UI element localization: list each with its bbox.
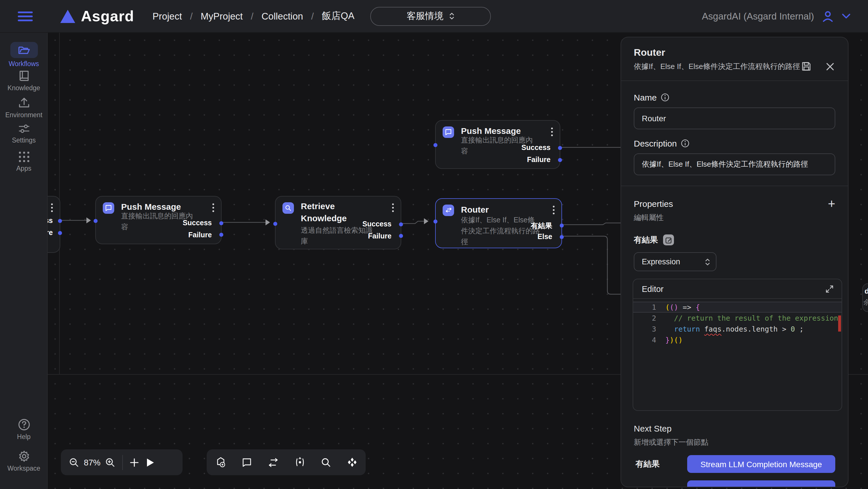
toolbar-divider bbox=[122, 455, 123, 470]
output-port-result[interactable] bbox=[560, 223, 564, 227]
breadcrumb-collection[interactable]: Collection bbox=[261, 11, 303, 22]
node-menu-icon[interactable] bbox=[392, 203, 394, 205]
input-port[interactable] bbox=[273, 222, 277, 226]
add-node-icon[interactable] bbox=[215, 457, 226, 468]
description-input[interactable]: 依據If、Else If、Else條件決定工作流程執行的路徑 bbox=[634, 153, 835, 175]
breadcrumb-current[interactable]: 飯店QA bbox=[322, 10, 354, 22]
code-line[interactable]: 1(() => { bbox=[633, 302, 842, 313]
node-push-message-top[interactable]: Push Message 直接輸出訊息的回應內 容 Success Failur… bbox=[435, 120, 560, 169]
output-port-success[interactable] bbox=[558, 146, 562, 150]
code-editor[interactable]: 1(() => {2 // return the result of the e… bbox=[633, 299, 842, 345]
next-step-subtitle: 新增或選擇下一個節點 bbox=[634, 437, 835, 448]
sidebar-item-environment[interactable]: Environment bbox=[0, 96, 48, 118]
add-property-button[interactable]: + bbox=[828, 198, 835, 209]
output-port-failure[interactable] bbox=[558, 158, 562, 162]
router-arrows-icon bbox=[443, 205, 454, 216]
node-partial-left[interactable]: ss ure bbox=[48, 196, 60, 253]
save-icon[interactable] bbox=[801, 61, 811, 71]
output-port[interactable] bbox=[58, 219, 62, 223]
swap-arrows-icon[interactable] bbox=[267, 458, 279, 467]
sidebar-item-workflows[interactable]: Workflows bbox=[0, 42, 48, 67]
input-port[interactable] bbox=[433, 143, 437, 147]
environment-selector[interactable]: 客服情境 bbox=[371, 7, 491, 26]
sidebar-item-label: Help bbox=[17, 433, 30, 440]
output-port-failure[interactable] bbox=[219, 233, 223, 237]
add-button[interactable] bbox=[130, 458, 139, 467]
next-step-label: Next Step bbox=[634, 424, 835, 433]
next-step-key: Else bbox=[636, 485, 652, 487]
user-icon[interactable] bbox=[821, 9, 835, 23]
expand-icon[interactable] bbox=[826, 285, 834, 293]
output-port-failure[interactable] bbox=[399, 234, 403, 238]
apps-grid-icon bbox=[18, 151, 30, 163]
input-port[interactable] bbox=[94, 219, 98, 223]
app-window: ss ure Push Message 直接輸出訊息的回應內 容 Success… bbox=[0, 0, 868, 489]
edit-property-icon[interactable] bbox=[663, 234, 674, 246]
node-retrieve-knowledge[interactable]: Retrieve Knowledge 透過自然語言檢索知識 庫 Success … bbox=[275, 196, 401, 249]
node-push-message[interactable]: Push Message 直接輸出訊息的回應內 容 Success Failur… bbox=[95, 196, 222, 244]
name-input[interactable]: Router bbox=[634, 108, 835, 129]
properties-label: Properties + bbox=[634, 199, 835, 209]
sidebar-item-label: Workspace bbox=[7, 465, 40, 472]
node-menu-icon[interactable] bbox=[553, 206, 555, 207]
sliders-icon bbox=[18, 123, 30, 135]
zoom-level[interactable]: 87% bbox=[84, 458, 100, 467]
close-icon[interactable] bbox=[826, 62, 834, 70]
node-partial-right[interactable]: d 余 bbox=[862, 283, 868, 312]
breadcrumb-project[interactable]: Project bbox=[152, 11, 182, 22]
brand-name: Asgard bbox=[81, 7, 134, 25]
port-label: ure bbox=[48, 229, 53, 237]
top-navbar: Asgard Project / MyProject / Collection … bbox=[0, 0, 868, 33]
node-menu-icon[interactable] bbox=[51, 203, 53, 205]
sidebar-item-settings[interactable]: Settings bbox=[0, 123, 48, 144]
panel-subtitle: 依據If、Else If、Else條件決定工作流程執行的路徑 bbox=[634, 61, 806, 73]
zoom-out-button[interactable] bbox=[69, 457, 79, 467]
node-menu-icon[interactable] bbox=[212, 203, 214, 205]
sidebar-item-knowledge[interactable]: Knowledge bbox=[0, 69, 48, 91]
code-line[interactable]: 4})() bbox=[633, 335, 842, 345]
help-icon bbox=[18, 418, 30, 431]
node-description: 直接輸出訊息的回應內 bbox=[121, 211, 193, 221]
locate-icon[interactable] bbox=[294, 457, 305, 468]
description-label: Description bbox=[634, 139, 835, 148]
next-step-button-else[interactable]: Push Message bbox=[687, 480, 835, 487]
name-label: Name bbox=[634, 92, 835, 102]
sidebar-item-apps[interactable]: Apps bbox=[0, 151, 48, 172]
output-port-success[interactable] bbox=[399, 222, 403, 226]
editor-title: Editor bbox=[642, 284, 663, 293]
code-line[interactable]: 3 return faqs.nodes.length > 0 ; bbox=[633, 323, 842, 335]
search-icon[interactable] bbox=[321, 457, 331, 467]
output-port[interactable] bbox=[58, 231, 62, 235]
breadcrumb-myproject[interactable]: MyProject bbox=[200, 11, 243, 22]
node-title: Push Message bbox=[461, 126, 521, 136]
output-port-else[interactable] bbox=[560, 235, 564, 239]
info-icon[interactable] bbox=[681, 139, 689, 148]
node-description-fragment: 余 bbox=[863, 298, 868, 308]
sidebar-item-help[interactable]: Help bbox=[0, 418, 48, 440]
chevron-down-icon[interactable] bbox=[842, 13, 851, 19]
menu-icon[interactable] bbox=[18, 9, 33, 23]
property-type-value: Expression bbox=[642, 257, 680, 266]
sidebar-item-label: Knowledge bbox=[7, 84, 40, 91]
node-router[interactable]: Router 依據If、Else If、Else條 件決定工作流程執行的路 徑 … bbox=[435, 198, 562, 248]
sidebar-item-workspace[interactable]: Workspace bbox=[0, 450, 48, 472]
property-type-select[interactable]: Expression bbox=[634, 252, 716, 271]
info-icon[interactable] bbox=[661, 93, 670, 102]
output-port-success[interactable] bbox=[219, 221, 223, 225]
next-step-row: Else Push Message bbox=[634, 480, 835, 487]
next-step-row: 有結果 Stream LLM Completion Message bbox=[634, 455, 835, 473]
port-label-success: Success bbox=[363, 220, 392, 228]
port-label: ss bbox=[48, 217, 53, 225]
code-line[interactable]: 2 // return the result of the expression bbox=[633, 313, 842, 323]
node-description: 容 bbox=[121, 222, 128, 232]
environment-selector-value: 客服情境 bbox=[407, 10, 443, 22]
run-button[interactable] bbox=[147, 458, 154, 466]
comment-icon[interactable] bbox=[241, 457, 252, 467]
dispatch-icon[interactable] bbox=[346, 457, 358, 468]
next-step-button-result[interactable]: Stream LLM Completion Message bbox=[687, 455, 835, 473]
input-port[interactable] bbox=[433, 220, 437, 224]
upload-icon bbox=[18, 96, 30, 109]
speech-bubble-icon bbox=[103, 202, 114, 214]
zoom-in-button[interactable] bbox=[105, 457, 115, 467]
node-menu-icon[interactable] bbox=[551, 127, 553, 129]
